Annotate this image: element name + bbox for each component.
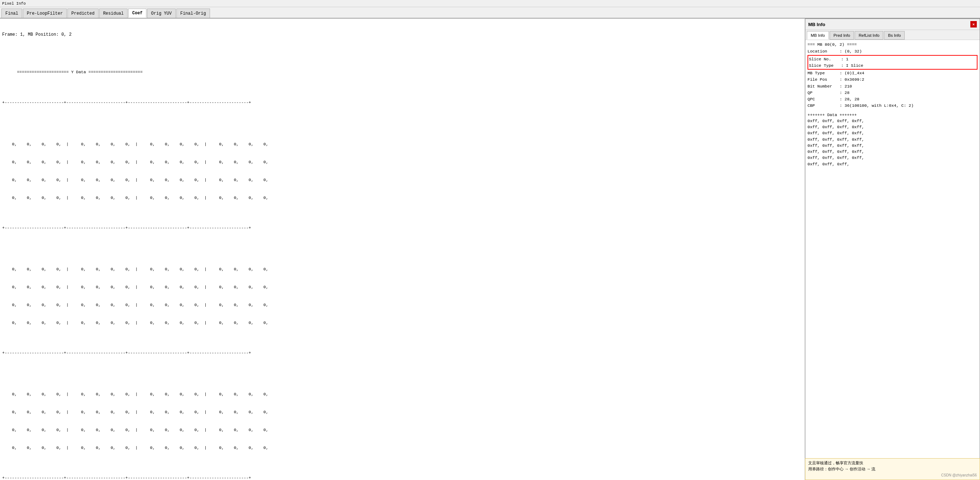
frame-position: Frame: 1, MB Position: 0, 2 bbox=[2, 32, 802, 38]
tab-residual[interactable]: Residual bbox=[99, 9, 128, 18]
coef-panel[interactable]: Frame: 1, MB Position: 0, 2 ============… bbox=[0, 19, 805, 480]
mb-field-slicetype: Slice Type : I Slice bbox=[809, 62, 976, 68]
mb-field-mbtype: MB Type : (0)I_4x4 bbox=[808, 70, 977, 76]
tab-final[interactable]: Final bbox=[2, 9, 22, 18]
tab-origyuv[interactable]: Orig YUV bbox=[147, 9, 176, 18]
mb-field-qp: QP : 28 bbox=[808, 90, 977, 96]
tab-finalorig[interactable]: Final-Orig bbox=[177, 9, 210, 18]
tab-coef[interactable]: Coef bbox=[128, 9, 146, 18]
main-tabs-bar: Final Pre-LoopFilter Predicted Residual … bbox=[0, 7, 980, 19]
data-line-1: 0xff, 0xff, 0xff, 0xff, bbox=[808, 124, 977, 130]
mb-info-panel: MB Info × MB Info Pred Info RefList Info… bbox=[805, 19, 980, 480]
data-line-4: 0xff, 0xff, 0xff, 0xff, bbox=[808, 143, 977, 149]
data-line-6: 0xff, 0xff, 0xff, 0xff, bbox=[808, 155, 977, 161]
mb-tab-predinfo[interactable]: Pred Info bbox=[830, 31, 854, 40]
main-layout: Frame: 1, MB Position: 0, 2 ============… bbox=[0, 19, 980, 480]
mb-tab-reflistinfo[interactable]: RefList Info bbox=[854, 31, 883, 40]
mb-content[interactable]: === MB 80(0, 2) ==== Location : (0, 32) … bbox=[805, 40, 980, 480]
y-separator-2: +------------------------+--------------… bbox=[2, 225, 802, 231]
mb-field-cbp: CBP : 36(100100, with L:0x4, C: 2) bbox=[808, 102, 977, 108]
data-section-header: +++++++ Data +++++++ bbox=[808, 112, 977, 118]
y-data-header: ===================== Y Data ===========… bbox=[2, 63, 802, 81]
mb-field-sliceno-wrapper: Slice No. : 1 Slice Type : I Slice bbox=[808, 55, 977, 70]
y-block-3: 0, 0, 0, 0, | 0, 0, 0, 0, | 0, 0, 0, 0, … bbox=[2, 380, 802, 463]
notification-line2: 用券路径：创作中心 → 创作活动 → 流 bbox=[808, 466, 977, 472]
mb-tabs-bar: MB Info Pred Info RefList Info Bs Info bbox=[805, 30, 980, 40]
notification-line1: 文且审核通过，畅享官方流量扶 bbox=[808, 460, 977, 466]
mb-header-line: === MB 80(0, 2) ==== bbox=[808, 41, 977, 48]
mb-tab-bsinfo[interactable]: Bs Info bbox=[884, 31, 905, 40]
mb-field-location: Location : (0, 32) bbox=[808, 48, 977, 54]
mb-field-filepos: File Pos : 0x3699:2 bbox=[808, 76, 977, 83]
data-line-3: 0xff, 0xff, 0xff, 0xff, bbox=[808, 137, 977, 143]
mb-info-close-button[interactable]: × bbox=[970, 21, 977, 27]
watermark: CSDN @zhiyanzhai56 bbox=[808, 472, 977, 478]
tab-preloopfilter[interactable]: Pre-LoopFilter bbox=[23, 9, 67, 18]
bottom-notification: 文且审核通过，畅享官方流量扶 用券路径：创作中心 → 创作活动 → 流 CSDN… bbox=[805, 458, 980, 480]
y-block-2: 0, 0, 0, 0, | 0, 0, 0, 0, | 0, 0, 0, 0, … bbox=[2, 254, 802, 338]
mb-info-titlebar: MB Info × bbox=[805, 19, 980, 30]
tab-predicted[interactable]: Predicted bbox=[67, 9, 99, 18]
data-line-7: 0xff, 0xff, 0xff, bbox=[808, 161, 977, 167]
pixel-info-bar: Pixel Info bbox=[0, 0, 980, 7]
mb-info-title: MB Info bbox=[808, 22, 826, 27]
mb-tab-mbinfo[interactable]: MB Info bbox=[807, 31, 829, 40]
mb-field-qpc: QPC : 28, 28 bbox=[808, 96, 977, 102]
y-separator-top: +------------------------+--------------… bbox=[2, 100, 802, 106]
mb-field-bitnumber: Bit Number : 210 bbox=[808, 83, 977, 89]
y-block-1: 0, 0, 0, 0, | 0, 0, 0, 0, | 0, 0, 0, 0, … bbox=[2, 130, 802, 213]
y-separator-4: +------------------------+--------------… bbox=[2, 475, 802, 480]
pixel-info-label: Pixel Info bbox=[2, 2, 26, 6]
data-line-5: 0xff, 0xff, 0xff, 0xff, bbox=[808, 149, 977, 155]
data-line-0: 0xff, 0xff, 0xff, 0xff, bbox=[808, 118, 977, 124]
y-separator-3: +------------------------+--------------… bbox=[2, 350, 802, 356]
data-line-2: 0xff, 0xff, 0xff, 0xff, bbox=[808, 130, 977, 136]
mb-field-sliceno: Slice No. : 1 bbox=[809, 56, 976, 62]
